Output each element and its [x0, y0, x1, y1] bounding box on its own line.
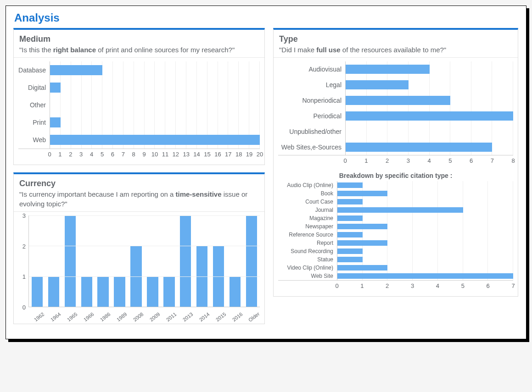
- x-axis: 01234567: [278, 280, 513, 291]
- breakdown-chart: Audio Clip (Online)BookCourt CaseJournal…: [278, 181, 513, 291]
- bar-plot: [345, 108, 513, 124]
- bar: [50, 83, 61, 93]
- x-tick: 3: [407, 157, 410, 164]
- bar-label: Audiovisual: [278, 66, 345, 73]
- x-tick: Older: [246, 309, 262, 324]
- bar-plot: [345, 93, 513, 108]
- bar-label: Unpublished/other: [278, 128, 345, 135]
- bar-plot: [337, 222, 513, 231]
- panel-medium-header: Medium "Is this the right balance of pri…: [14, 30, 264, 58]
- bar: [337, 182, 363, 188]
- bar: [337, 257, 363, 263]
- x-tick: 13: [183, 151, 189, 158]
- bar-row: Digital: [18, 79, 260, 96]
- y-tick: 2: [22, 243, 26, 249]
- x-tick: 5: [461, 282, 465, 289]
- bar-label: Web Site: [278, 273, 337, 279]
- x-tick: 12: [173, 151, 179, 158]
- bar-label: Book: [278, 190, 337, 197]
- x-tick: 1964: [47, 309, 64, 324]
- x-tick: 2009: [146, 309, 163, 324]
- medium-chart: DatabaseDigitalOtherPrintWeb012345678910…: [18, 61, 260, 159]
- bar-label: Digital: [18, 84, 50, 91]
- x-tick: 1: [364, 157, 368, 164]
- bar: [346, 65, 430, 74]
- bar-row: Print: [18, 114, 260, 131]
- x-axis: 1962196419651966198619892008200920112013…: [28, 308, 260, 318]
- x-tick: 0: [343, 157, 347, 164]
- x-tick: 2008: [130, 309, 146, 324]
- x-tick: 1966: [80, 309, 97, 324]
- bar-label: Audio Clip (Online): [278, 182, 337, 188]
- bar-row: Web Site: [278, 272, 513, 280]
- x-tick: 20: [257, 151, 263, 158]
- panel-currency-header: Currency "Is currency important because …: [14, 174, 264, 212]
- bar-label: Sound Recording: [278, 248, 337, 254]
- bar-plot: [337, 255, 513, 264]
- bar-row: Audio Clip (Online): [278, 181, 513, 189]
- bar-plot: [337, 272, 513, 280]
- bar: [337, 232, 363, 238]
- x-tick: 1986: [97, 309, 113, 324]
- x-tick: 6: [470, 157, 473, 164]
- x-tick: 1: [58, 151, 62, 158]
- x-tick: 19: [246, 151, 252, 158]
- bar: [346, 80, 409, 89]
- panel-medium-subtitle: "Is this the right balance of print and …: [19, 45, 259, 55]
- bar: [337, 273, 513, 279]
- x-tick: 18: [235, 151, 242, 158]
- bar: [337, 199, 363, 205]
- x-ticks: 01234567: [337, 281, 513, 291]
- bar-row: Court Case: [278, 198, 513, 206]
- bar-row: Periodical: [278, 108, 513, 124]
- bar-plot: [337, 247, 513, 255]
- x-tick: 7: [511, 282, 515, 289]
- x-tick: 1962: [31, 309, 47, 324]
- bar-label: Video Clip (Online): [278, 265, 337, 271]
- bar: [337, 240, 387, 246]
- bar: [337, 265, 387, 271]
- two-column-layout: Medium "Is this the right balance of pri…: [13, 28, 519, 331]
- bar-plot: [345, 124, 513, 139]
- bar: [50, 65, 102, 76]
- bar: [346, 143, 492, 152]
- bar-row: Other: [18, 96, 260, 114]
- bar-plot: [337, 264, 513, 272]
- x-tick: 4: [90, 151, 93, 158]
- bar: [337, 224, 387, 230]
- x-tick: 4: [427, 157, 431, 164]
- bar-label: Magazine: [278, 215, 337, 221]
- bar-row: Unpublished/other: [278, 124, 513, 139]
- panel-type: Type "Did I make full use of the resourc…: [273, 28, 518, 297]
- x-tick: 16: [214, 151, 221, 158]
- x-tick: 15: [204, 151, 210, 158]
- bar: [346, 111, 513, 121]
- bar: [346, 96, 450, 105]
- bar-plot: [50, 131, 260, 149]
- bar-row: Statue: [278, 255, 513, 264]
- x-tick: 14: [193, 151, 200, 158]
- bar-plot: [337, 214, 513, 222]
- bar-row: Journal: [278, 206, 513, 214]
- bar-row: Video Clip (Online): [278, 264, 513, 272]
- bar-label: Report: [278, 240, 337, 246]
- x-tick: 3: [79, 151, 83, 158]
- x-tick: 9: [142, 151, 146, 158]
- bar-plot: [337, 239, 513, 247]
- bar-row: Nonperiodical: [278, 93, 513, 108]
- x-tick: 4: [436, 282, 439, 289]
- bar-label: Nonperiodical: [278, 97, 345, 104]
- bar-row: Newspaper: [278, 222, 513, 231]
- vbar-plot: [28, 215, 260, 307]
- panel-type-subtitle: "Did I make full use of the resources av…: [279, 45, 512, 55]
- x-tick: 0: [335, 282, 338, 289]
- x-tick: 8: [511, 157, 515, 164]
- bar-plot: [345, 61, 513, 77]
- x-tick: 8: [132, 151, 135, 158]
- bar-plot: [50, 96, 260, 114]
- bar-row: Book: [278, 189, 513, 198]
- bar-plot: [50, 114, 260, 131]
- x-tick: 6: [111, 151, 114, 158]
- x-tick: 1989: [113, 309, 130, 324]
- bar: [50, 135, 260, 145]
